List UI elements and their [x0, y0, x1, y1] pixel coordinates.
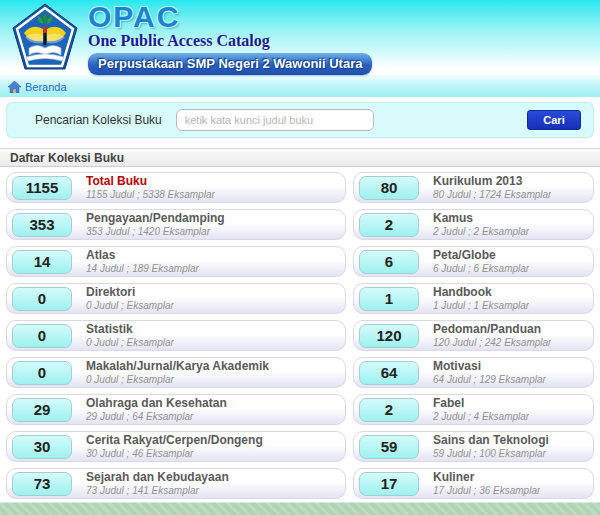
- collection-subtitle: 30 Judul ; 46 Eksamplar: [86, 447, 263, 460]
- home-icon: [8, 81, 21, 93]
- institution-name: Perpustakaan SMP Negeri 2 Wawonii Utara: [98, 56, 362, 71]
- collection-text: Handbook 1 Judul ; 1 Eksamplar: [433, 286, 529, 312]
- collection-text: Fabel 2 Judul ; 4 Eksamplar: [433, 397, 529, 423]
- search-panel: Pencarian Koleksi Buku Cari: [6, 102, 594, 138]
- collection-text: Makalah/Jurnal/Karya Akademik 0 Judul ; …: [86, 360, 269, 386]
- collection-title: Makalah/Jurnal/Karya Akademik: [86, 360, 269, 373]
- collection-count-badge: 120: [359, 324, 419, 348]
- collection-text: Kurikulum 2013 80 Judul ; 1724 Eksamplar: [433, 175, 551, 201]
- collection-title: Cerita Rakyat/Cerpen/Dongeng: [86, 434, 263, 447]
- collections-grid: 1155 Total Buku 1155 Judul ; 5338 Eksamp…: [0, 167, 600, 499]
- collection-row[interactable]: 0 Makalah/Jurnal/Karya Akademik 0 Judul …: [6, 357, 346, 388]
- collection-count-badge: 80: [359, 176, 419, 200]
- collection-count-badge: 6: [359, 250, 419, 274]
- collections-column-right: 80 Kurikulum 2013 80 Judul ; 1724 Eksamp…: [353, 172, 594, 499]
- collection-title: Fabel: [433, 397, 529, 410]
- collection-row[interactable]: 29 Olahraga dan Kesehatan 29 Judul ; 64 …: [6, 394, 346, 425]
- collection-subtitle: 0 Judul ; Eksamplar: [86, 373, 269, 386]
- institution-banner: Perpustakaan SMP Negeri 2 Wawonii Utara: [88, 53, 372, 75]
- collection-row[interactable]: 6 Peta/Globe 6 Judul ; 6 Eksamplar: [353, 246, 594, 277]
- collection-title: Atlas: [86, 249, 199, 262]
- nav-home-link[interactable]: Beranda: [8, 81, 67, 93]
- collection-title: Kamus: [433, 212, 529, 225]
- search-button[interactable]: Cari: [527, 110, 581, 130]
- collection-title: Sejarah dan Kebudayaan: [86, 471, 229, 484]
- collection-count-badge: 73: [12, 472, 72, 496]
- collection-row[interactable]: 17 Kuliner 17 Judul ; 36 Eksamplar: [353, 468, 594, 499]
- section-header: Daftar Koleksi Buku: [0, 148, 600, 167]
- collection-row[interactable]: 0 Statistik 0 Judul ; Eksamplar: [6, 320, 346, 351]
- collection-text: Motivasi 64 Judul ; 129 Eksamplar: [433, 360, 546, 386]
- collection-subtitle: 80 Judul ; 1724 Eksamplar: [433, 188, 551, 201]
- collection-text: Sejarah dan Kebudayaan 73 Judul ; 141 Ek…: [86, 471, 229, 497]
- collection-title: Olahraga dan Kesehatan: [86, 397, 227, 410]
- search-label: Pencarian Koleksi Buku: [35, 113, 162, 127]
- collection-text: Peta/Globe 6 Judul ; 6 Eksamplar: [433, 249, 529, 275]
- nav-home-label: Beranda: [25, 81, 67, 93]
- collection-subtitle: 6 Judul ; 6 Eksamplar: [433, 262, 529, 275]
- collection-count-badge: 2: [359, 398, 419, 422]
- search-input[interactable]: [176, 109, 374, 131]
- app-subtitle: One Public Access Catalog: [88, 32, 372, 50]
- collection-subtitle: 2 Judul ; 2 Eksamplar: [433, 225, 529, 238]
- collection-subtitle: 1155 Judul ; 5338 Eksamplar: [86, 188, 215, 201]
- school-emblem-logo: [12, 3, 78, 71]
- collection-row[interactable]: 1 Handbook 1 Judul ; 1 Eksamplar: [353, 283, 594, 314]
- collection-count-badge: 64: [359, 361, 419, 385]
- collection-subtitle: 59 Judul ; 100 Eksamplar: [433, 447, 549, 460]
- collection-count-badge: 30: [12, 435, 72, 459]
- collection-row[interactable]: 14 Atlas 14 Judul ; 189 Eksamplar: [6, 246, 346, 277]
- collection-text: Cerita Rakyat/Cerpen/Dongeng 30 Judul ; …: [86, 434, 263, 460]
- title-block: OPAC One Public Access Catalog Perpustak…: [88, 2, 372, 75]
- collection-title: Total Buku: [86, 175, 215, 188]
- collection-text: Olahraga dan Kesehatan 29 Judul ; 64 Eks…: [86, 397, 227, 423]
- collection-row[interactable]: 59 Sains dan Teknologi 59 Judul ; 100 Ek…: [353, 431, 594, 462]
- collection-row[interactable]: 64 Motivasi 64 Judul ; 129 Eksamplar: [353, 357, 594, 388]
- collection-subtitle: 17 Judul ; 36 Eksamplar: [433, 484, 540, 497]
- collection-count-badge: 1: [359, 287, 419, 311]
- collection-title: Kurikulum 2013: [433, 175, 551, 188]
- collection-text: Direktori 0 Judul ; Eksamplar: [86, 286, 174, 312]
- collection-row[interactable]: 80 Kurikulum 2013 80 Judul ; 1724 Eksamp…: [353, 172, 594, 203]
- collection-subtitle: 120 Judul ; 242 Eksamplar: [433, 336, 551, 349]
- collection-title: Statistik: [86, 323, 174, 336]
- collection-text: Kuliner 17 Judul ; 36 Eksamplar: [433, 471, 540, 497]
- collection-subtitle: 2 Judul ; 4 Eksamplar: [433, 410, 529, 423]
- collection-row[interactable]: 0 Direktori 0 Judul ; Eksamplar: [6, 283, 346, 314]
- collection-title: Sains dan Teknologi: [433, 434, 549, 447]
- header: OPAC One Public Access Catalog Perpustak…: [0, 0, 600, 75]
- collection-subtitle: 0 Judul ; Eksamplar: [86, 336, 174, 349]
- collection-count-badge: 17: [359, 472, 419, 496]
- collection-text: Atlas 14 Judul ; 189 Eksamplar: [86, 249, 199, 275]
- collection-count-badge: 0: [12, 324, 72, 348]
- collection-title: Direktori: [86, 286, 174, 299]
- collections-column-left: 1155 Total Buku 1155 Judul ; 5338 Eksamp…: [6, 172, 346, 499]
- collection-row[interactable]: 73 Sejarah dan Kebudayaan 73 Judul ; 141…: [6, 468, 346, 499]
- collection-count-badge: 14: [12, 250, 72, 274]
- collection-row[interactable]: 353 Pengayaan/Pendamping 353 Judul ; 142…: [6, 209, 346, 240]
- collection-subtitle: 14 Judul ; 189 Eksamplar: [86, 262, 199, 275]
- navbar: Beranda: [0, 75, 600, 97]
- collection-count-badge: 0: [12, 287, 72, 311]
- collection-subtitle: 64 Judul ; 129 Eksamplar: [433, 373, 546, 386]
- collection-count-badge: 2: [359, 213, 419, 237]
- collection-title: Peta/Globe: [433, 249, 529, 262]
- collection-row[interactable]: 2 Fabel 2 Judul ; 4 Eksamplar: [353, 394, 594, 425]
- collection-subtitle: 73 Judul ; 141 Eksamplar: [86, 484, 229, 497]
- collection-title: Handbook: [433, 286, 529, 299]
- collection-row[interactable]: 120 Pedoman/Panduan 120 Judul ; 242 Eksa…: [353, 320, 594, 351]
- collection-title: Pedoman/Panduan: [433, 323, 551, 336]
- footer-bar: [0, 502, 600, 515]
- collection-row[interactable]: 1155 Total Buku 1155 Judul ; 5338 Eksamp…: [6, 172, 346, 203]
- collection-count-badge: 353: [12, 213, 72, 237]
- collection-count-badge: 59: [359, 435, 419, 459]
- collection-text: Sains dan Teknologi 59 Judul ; 100 Eksam…: [433, 434, 549, 460]
- collection-text: Pedoman/Panduan 120 Judul ; 242 Eksampla…: [433, 323, 551, 349]
- collection-subtitle: 353 Judul ; 1420 Eksamplar: [86, 225, 225, 238]
- collection-title: Motivasi: [433, 360, 546, 373]
- collection-row[interactable]: 2 Kamus 2 Judul ; 2 Eksamplar: [353, 209, 594, 240]
- opac-page: OPAC One Public Access Catalog Perpustak…: [0, 0, 600, 515]
- collection-count-badge: 1155: [12, 176, 72, 200]
- app-name: OPAC: [88, 2, 372, 32]
- collection-row[interactable]: 30 Cerita Rakyat/Cerpen/Dongeng 30 Judul…: [6, 431, 346, 462]
